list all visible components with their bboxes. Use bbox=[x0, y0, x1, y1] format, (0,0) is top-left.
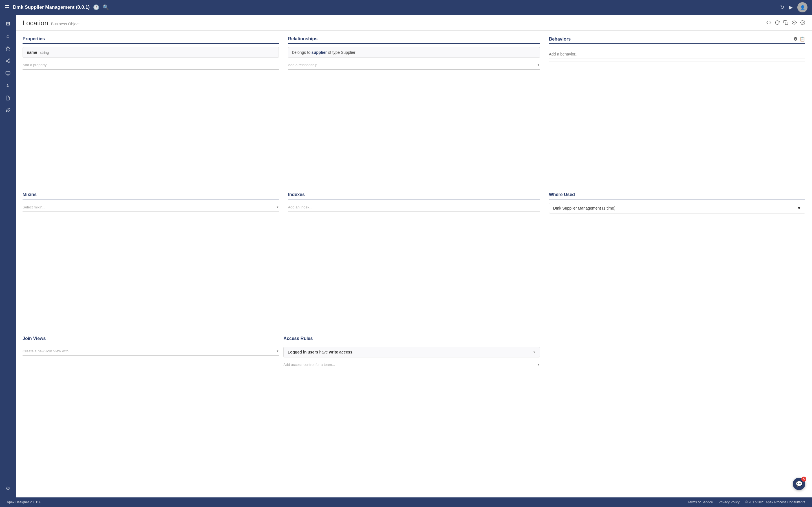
play-icon[interactable]: ▶ bbox=[789, 4, 793, 10]
footer: Apex Designer 2.1.156 Terms of Service P… bbox=[0, 497, 812, 507]
sidebar-item-alert[interactable] bbox=[2, 43, 13, 54]
sidebar-item-grid[interactable]: ⊞ bbox=[2, 18, 13, 29]
top-nav: ☰ Dmk Supplier Management (0.0.1) 🕐 🔍 ↻ … bbox=[0, 0, 812, 15]
where-used-item[interactable]: Dmk Supplier Management (1 time) ▼ bbox=[549, 203, 805, 214]
hamburger-icon[interactable]: ☰ bbox=[4, 4, 10, 11]
empty-section bbox=[545, 336, 805, 492]
sidebar-item-settings[interactable]: ⚙ bbox=[2, 483, 13, 494]
behaviors-title: Behaviors ⚙ 📋 bbox=[549, 36, 805, 44]
copy-icon[interactable] bbox=[783, 20, 788, 26]
svg-line-4 bbox=[7, 61, 8, 62]
properties-section: Properties name string Add a property... bbox=[22, 36, 283, 192]
indexes-section: Indexes Add an index... bbox=[283, 192, 544, 336]
avatar[interactable]: 👤 bbox=[797, 2, 808, 12]
svg-point-13 bbox=[802, 22, 804, 23]
sidebar-item-file[interactable] bbox=[2, 93, 13, 104]
sidebar-item-home[interactable]: ⌂ bbox=[2, 31, 13, 42]
sidebar-item-sigma[interactable]: Σ bbox=[2, 80, 13, 91]
add-access-control-row[interactable]: Add access control for a team... ▼ bbox=[283, 360, 540, 369]
where-used-section: Where Used Dmk Supplier Management (1 ti… bbox=[545, 192, 805, 336]
content-area: Location Business Object bbox=[16, 15, 812, 497]
select-mixin-arrow: ▼ bbox=[276, 206, 279, 209]
footer-links: Terms of Service Privacy Policy © 2017-2… bbox=[688, 500, 805, 504]
sidebar-item-puzzle[interactable] bbox=[2, 105, 13, 116]
relationships-title: Relationships bbox=[288, 36, 540, 44]
code-icon[interactable] bbox=[766, 20, 771, 26]
svg-rect-6 bbox=[6, 71, 10, 74]
gear-icon[interactable] bbox=[800, 20, 805, 26]
property-type-label: string bbox=[40, 50, 49, 55]
left-sidebar: ⊞ ⌂ Σ ⚙ bbox=[0, 15, 16, 497]
svg-point-2 bbox=[6, 60, 7, 62]
relationship-row: belongs to supplier of type Supplier bbox=[288, 47, 540, 58]
add-property-placeholder: Add a property... bbox=[22, 63, 49, 67]
sidebar-item-monitor[interactable] bbox=[2, 68, 13, 79]
where-used-label: Dmk Supplier Management (1 time) bbox=[553, 206, 615, 210]
create-join-view-row[interactable]: Create a new Join View with... ▼ bbox=[22, 347, 279, 356]
indexes-title: Indexes bbox=[288, 192, 540, 200]
join-views-title: Join Views bbox=[22, 336, 279, 343]
where-used-title: Where Used bbox=[549, 192, 805, 200]
history-icon[interactable]: 🕐 bbox=[93, 4, 99, 10]
add-property-row[interactable]: Add a property... bbox=[22, 61, 279, 69]
access-rule-item: Logged in users have write access. ▼ bbox=[283, 347, 540, 357]
footer-copyright: © 2017-2021 Apex Process Consultants bbox=[745, 500, 805, 504]
property-name-row: name string bbox=[22, 47, 279, 58]
select-mixin-placeholder: Select mixin... bbox=[22, 205, 45, 209]
page-subtitle: Business Object bbox=[51, 22, 80, 26]
chat-bubble[interactable]: 💬 5 bbox=[793, 478, 805, 490]
add-behavior-input[interactable] bbox=[549, 50, 805, 59]
access-rules-section: Access Rules Logged in users have write … bbox=[283, 336, 544, 492]
chat-badge: 5 bbox=[801, 476, 806, 482]
footer-terms-link[interactable]: Terms of Service bbox=[688, 500, 713, 504]
page-title: Location bbox=[22, 19, 48, 27]
content-grid: Properties name string Add a property...… bbox=[16, 31, 812, 497]
join-views-section: Join Views Create a new Join View with..… bbox=[22, 336, 283, 492]
mixins-section: Mixins Select mixin... ▼ bbox=[22, 192, 283, 336]
svg-rect-11 bbox=[785, 22, 788, 24]
create-join-view-placeholder: Create a new Join View with... bbox=[22, 349, 71, 353]
app-title: Dmk Supplier Management (0.0.1) bbox=[13, 4, 90, 10]
access-rules-title: Access Rules bbox=[283, 336, 540, 343]
page-header: Location Business Object bbox=[16, 15, 812, 31]
sidebar-item-share[interactable] bbox=[2, 55, 13, 66]
select-mixin-row[interactable]: Select mixin... ▼ bbox=[22, 203, 279, 212]
relationship-name: supplier bbox=[312, 50, 327, 55]
access-rule-expand-icon[interactable]: ▼ bbox=[533, 351, 536, 354]
where-used-expand-icon[interactable]: ▼ bbox=[797, 206, 801, 210]
add-relationship-arrow: ▼ bbox=[537, 63, 540, 66]
refresh-action-icon[interactable] bbox=[775, 20, 780, 26]
footer-version: Apex Designer 2.1.156 bbox=[7, 500, 41, 504]
add-relationship-row[interactable]: Add a relationship... ▼ bbox=[288, 61, 540, 69]
behaviors-add-icon[interactable]: 📋 bbox=[800, 36, 805, 42]
svg-point-3 bbox=[8, 62, 10, 63]
relationships-section: Relationships belongs to supplier of typ… bbox=[283, 36, 544, 192]
svg-point-12 bbox=[794, 22, 795, 23]
svg-marker-0 bbox=[6, 47, 10, 50]
relationship-text: belongs to supplier of type Supplier bbox=[292, 50, 355, 55]
add-index-placeholder: Add an index... bbox=[288, 205, 312, 209]
footer-privacy-link[interactable]: Privacy Policy bbox=[718, 500, 740, 504]
svg-point-1 bbox=[8, 59, 10, 60]
preview-icon[interactable] bbox=[792, 20, 797, 26]
mixins-title: Mixins bbox=[22, 192, 279, 200]
svg-line-5 bbox=[7, 60, 8, 61]
add-relationship-placeholder: Add a relationship... bbox=[288, 63, 320, 67]
behaviors-section: Behaviors ⚙ 📋 bbox=[545, 36, 805, 192]
page-actions bbox=[766, 20, 805, 26]
add-index-row[interactable]: Add an index... bbox=[288, 203, 540, 212]
add-behavior-row[interactable] bbox=[549, 47, 805, 61]
property-name-label: name bbox=[27, 50, 37, 55]
properties-title: Properties bbox=[22, 36, 279, 44]
create-join-view-arrow: ▼ bbox=[276, 349, 279, 353]
refresh-icon[interactable]: ↻ bbox=[780, 4, 784, 10]
add-access-control-arrow: ▼ bbox=[537, 363, 540, 366]
search-icon[interactable]: 🔍 bbox=[103, 4, 109, 10]
access-rule-text: Logged in users have write access. bbox=[288, 350, 353, 354]
behaviors-settings-icon[interactable]: ⚙ bbox=[794, 36, 797, 42]
add-access-control-placeholder: Add access control for a team... bbox=[283, 362, 335, 367]
